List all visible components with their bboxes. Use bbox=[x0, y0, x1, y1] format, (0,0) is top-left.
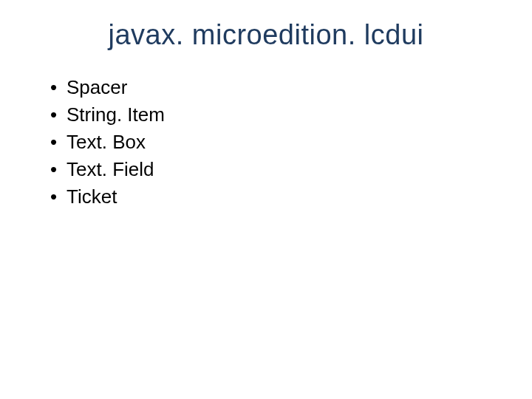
slide: javax. microedition. lcdui Spacer String… bbox=[0, 0, 532, 399]
bullet-list: Spacer String. Item Text. Box Text. Fiel… bbox=[30, 75, 502, 210]
list-item: Ticket bbox=[50, 184, 502, 210]
list-item: Text. Box bbox=[50, 129, 502, 155]
list-item: Text. Field bbox=[50, 157, 502, 183]
list-item: Spacer bbox=[50, 75, 502, 100]
slide-title: javax. microedition. lcdui bbox=[30, 19, 502, 51]
list-item: String. Item bbox=[50, 102, 502, 128]
